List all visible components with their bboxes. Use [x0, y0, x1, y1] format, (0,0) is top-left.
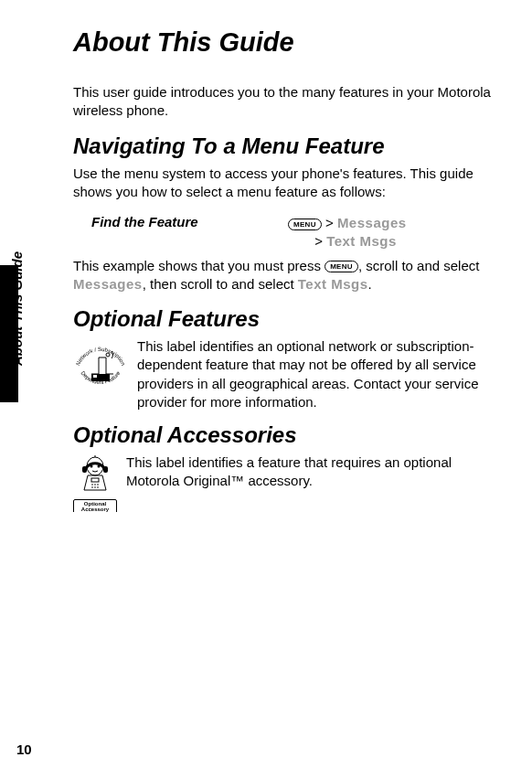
icon-label-2: Accessory [81, 507, 109, 512]
svg-rect-6 [103, 466, 108, 473]
optional-features-body: This label identifies an optional networ… [73, 337, 505, 411]
nav-heading: Navigating To a Menu Feature [73, 133, 505, 159]
text: , then scroll to and select [143, 276, 298, 292]
find-feature-row: Find the Feature MENU > Messages > Text … [91, 214, 505, 251]
intro-paragraph: This user guide introduces you to the ma… [73, 83, 505, 121]
svg-point-2 [106, 353, 110, 357]
ui-textmsgs: Text Msgs [326, 233, 397, 249]
optional-accessories-heading: Optional Accessories [73, 422, 505, 448]
icon-text-top: Network / Subscription [75, 347, 126, 367]
svg-point-13 [94, 484, 96, 485]
svg-point-17 [97, 486, 99, 488]
ui-textmsgs: Text Msgs [298, 276, 368, 292]
gt: > [325, 215, 334, 230]
svg-point-14 [97, 484, 99, 485]
svg-point-8 [98, 465, 101, 468]
optional-accessories-body: This label identifies a feature that req… [73, 453, 505, 491]
optional-accessory-icon: Optional Accessory [73, 455, 117, 512]
network-feature-icon: Network / Subscription Dependent Feature [73, 339, 128, 396]
find-feature-label: Find the Feature [91, 214, 256, 229]
svg-point-7 [90, 465, 93, 468]
optional-features-block: Network / Subscription Dependent Feature… [73, 337, 505, 411]
text: This example shows that you must press [73, 258, 325, 273]
page-title: About This Guide [73, 27, 505, 58]
page-content: About This Guide This user guide introdu… [0, 0, 532, 539]
ui-messages: Messages [73, 276, 143, 292]
svg-point-15 [91, 486, 93, 488]
text: . [368, 276, 372, 292]
icon-label-box: Optional Accessory [73, 499, 117, 512]
ui-messages: Messages [337, 215, 407, 230]
svg-rect-3 [93, 375, 97, 378]
svg-rect-11 [91, 478, 99, 482]
nav-body: Use the menu system to access your phone… [73, 165, 505, 202]
optional-features-heading: Optional Features [73, 306, 505, 332]
nav-explain: This example shows that you must press M… [73, 257, 505, 294]
menu-key-icon: MENU [288, 219, 322, 230]
svg-rect-5 [82, 466, 87, 473]
page-number: 10 [16, 741, 32, 757]
menu-key-icon: MENU [325, 261, 358, 272]
svg-point-12 [91, 484, 93, 485]
gt: > [314, 233, 323, 249]
text: , scroll to and select [358, 258, 480, 273]
find-feature-steps: MENU > Messages > Text Msgs [256, 214, 505, 251]
optional-accessories-block: Optional Accessory This label identifies… [73, 453, 505, 512]
svg-text:Network / Subscription: Network / Subscription [75, 347, 126, 367]
svg-point-16 [94, 486, 96, 488]
